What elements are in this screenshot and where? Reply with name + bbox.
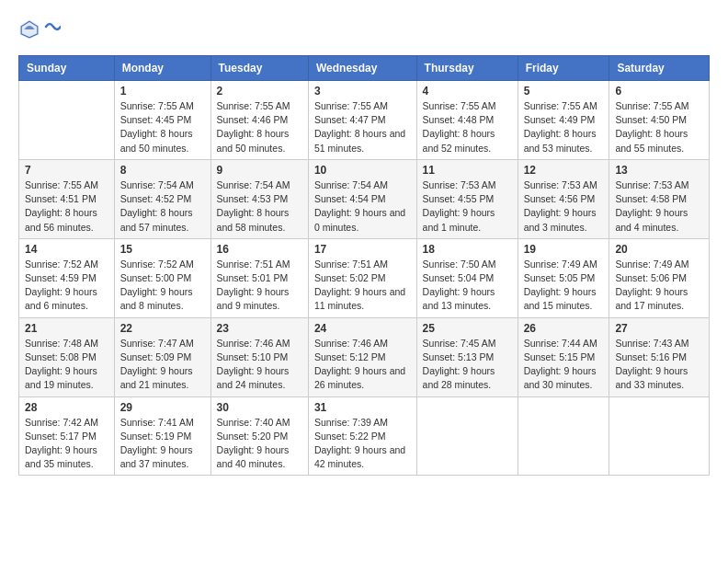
- calendar-cell: 17Sunrise: 7:51 AMSunset: 5:02 PMDayligh…: [308, 238, 416, 317]
- day-number: 18: [423, 243, 512, 256]
- calendar-cell: 6Sunrise: 7:55 AMSunset: 4:50 PMDaylight…: [609, 81, 710, 160]
- day-info: Sunrise: 7:54 AMSunset: 4:52 PMDaylight:…: [120, 178, 205, 235]
- calendar-cell: 14Sunrise: 7:52 AMSunset: 4:59 PMDayligh…: [19, 238, 115, 317]
- calendar-cell: [19, 81, 115, 160]
- logo-icon: [18, 18, 40, 40]
- calendar-cell: 28Sunrise: 7:42 AMSunset: 5:17 PMDayligh…: [19, 396, 115, 476]
- calendar-cell: 3Sunrise: 7:55 AMSunset: 4:47 PMDaylight…: [308, 81, 416, 160]
- day-number: 8: [120, 164, 205, 177]
- day-info: Sunrise: 7:52 AMSunset: 4:59 PMDaylight:…: [25, 258, 108, 314]
- day-info: Sunrise: 7:42 AMSunset: 5:17 PMDaylight:…: [25, 416, 108, 472]
- day-number: 26: [524, 322, 604, 335]
- day-info: Sunrise: 7:51 AMSunset: 5:01 PMDaylight:…: [217, 258, 302, 314]
- day-info: Sunrise: 7:55 AMSunset: 4:50 PMDaylight:…: [615, 99, 703, 155]
- calendar-cell: 22Sunrise: 7:47 AMSunset: 5:09 PMDayligh…: [114, 317, 210, 396]
- day-number: 22: [120, 322, 205, 335]
- day-info: Sunrise: 7:54 AMSunset: 4:54 PMDaylight:…: [314, 178, 411, 235]
- calendar-cell: 8Sunrise: 7:54 AMSunset: 4:52 PMDaylight…: [114, 159, 210, 238]
- day-number: 25: [423, 322, 512, 335]
- day-number: 29: [120, 401, 205, 414]
- day-info: Sunrise: 7:55 AMSunset: 4:49 PMDaylight:…: [524, 99, 604, 155]
- col-header-thursday: Thursday: [416, 56, 518, 81]
- calendar-cell: 20Sunrise: 7:49 AMSunset: 5:06 PMDayligh…: [609, 238, 710, 317]
- calendar-cell: 13Sunrise: 7:53 AMSunset: 4:58 PMDayligh…: [609, 159, 710, 238]
- day-number: 21: [25, 322, 108, 335]
- day-info: Sunrise: 7:51 AMSunset: 5:02 PMDaylight:…: [314, 258, 411, 314]
- calendar-cell: 19Sunrise: 7:49 AMSunset: 5:05 PMDayligh…: [518, 238, 609, 317]
- day-number: 28: [25, 401, 108, 414]
- day-number: 27: [615, 322, 703, 335]
- calendar-cell: 5Sunrise: 7:55 AMSunset: 4:49 PMDaylight…: [518, 81, 609, 160]
- calendar-cell: 29Sunrise: 7:41 AMSunset: 5:19 PMDayligh…: [114, 396, 210, 476]
- calendar-cell: 1Sunrise: 7:55 AMSunset: 4:45 PMDaylight…: [114, 81, 210, 160]
- calendar-cell: 25Sunrise: 7:45 AMSunset: 5:13 PMDayligh…: [416, 317, 518, 396]
- logo-text-container: [44, 19, 61, 40]
- calendar-cell: 11Sunrise: 7:53 AMSunset: 4:55 PMDayligh…: [416, 159, 518, 238]
- calendar-table: SundayMondayTuesdayWednesdayThursdayFrid…: [18, 55, 710, 476]
- day-info: Sunrise: 7:46 AMSunset: 5:10 PMDaylight:…: [217, 337, 302, 393]
- day-info: Sunrise: 7:53 AMSunset: 4:55 PMDaylight:…: [423, 178, 512, 235]
- day-info: Sunrise: 7:49 AMSunset: 5:06 PMDaylight:…: [615, 258, 703, 314]
- col-header-tuesday: Tuesday: [210, 56, 308, 81]
- logo: [18, 18, 61, 40]
- calendar-cell: 15Sunrise: 7:52 AMSunset: 5:00 PMDayligh…: [114, 238, 210, 317]
- calendar-cell: 26Sunrise: 7:44 AMSunset: 5:15 PMDayligh…: [518, 317, 609, 396]
- day-info: Sunrise: 7:52 AMSunset: 5:00 PMDaylight:…: [120, 258, 205, 314]
- calendar-cell: 4Sunrise: 7:55 AMSunset: 4:48 PMDaylight…: [416, 81, 518, 160]
- calendar-cell: 23Sunrise: 7:46 AMSunset: 5:10 PMDayligh…: [210, 317, 308, 396]
- calendar-week-row: 1Sunrise: 7:55 AMSunset: 4:45 PMDaylight…: [19, 81, 710, 160]
- day-number: 31: [314, 401, 411, 414]
- day-number: 9: [217, 164, 302, 177]
- day-number: 11: [423, 164, 512, 177]
- day-info: Sunrise: 7:55 AMSunset: 4:48 PMDaylight:…: [423, 99, 512, 155]
- day-number: 13: [615, 164, 703, 177]
- calendar-cell: 24Sunrise: 7:46 AMSunset: 5:12 PMDayligh…: [308, 317, 416, 396]
- day-number: 4: [423, 85, 512, 98]
- day-number: 16: [217, 243, 302, 256]
- col-header-wednesday: Wednesday: [308, 56, 416, 81]
- day-info: Sunrise: 7:40 AMSunset: 5:20 PMDaylight:…: [217, 416, 302, 472]
- day-number: 5: [524, 85, 604, 98]
- logo-wave-icon: [44, 19, 61, 40]
- calendar-cell: 10Sunrise: 7:54 AMSunset: 4:54 PMDayligh…: [308, 159, 416, 238]
- col-header-saturday: Saturday: [609, 56, 710, 81]
- day-info: Sunrise: 7:54 AMSunset: 4:53 PMDaylight:…: [217, 178, 302, 235]
- day-number: 24: [314, 322, 411, 335]
- calendar-cell: 21Sunrise: 7:48 AMSunset: 5:08 PMDayligh…: [19, 317, 115, 396]
- day-info: Sunrise: 7:43 AMSunset: 5:16 PMDaylight:…: [615, 337, 703, 393]
- day-number: 15: [120, 243, 205, 256]
- day-info: Sunrise: 7:46 AMSunset: 5:12 PMDaylight:…: [314, 337, 411, 393]
- day-info: Sunrise: 7:53 AMSunset: 4:58 PMDaylight:…: [615, 178, 703, 235]
- day-info: Sunrise: 7:39 AMSunset: 5:22 PMDaylight:…: [314, 416, 411, 472]
- day-number: 7: [25, 164, 108, 177]
- calendar-week-row: 28Sunrise: 7:42 AMSunset: 5:17 PMDayligh…: [19, 396, 710, 476]
- day-info: Sunrise: 7:50 AMSunset: 5:04 PMDaylight:…: [423, 258, 512, 314]
- day-number: 2: [217, 85, 302, 98]
- day-number: 1: [120, 85, 205, 98]
- header: [18, 18, 710, 40]
- day-info: Sunrise: 7:55 AMSunset: 4:47 PMDaylight:…: [314, 99, 411, 155]
- calendar-cell: 27Sunrise: 7:43 AMSunset: 5:16 PMDayligh…: [609, 317, 710, 396]
- day-number: 12: [524, 164, 604, 177]
- col-header-friday: Friday: [518, 56, 609, 81]
- day-number: 20: [615, 243, 703, 256]
- calendar-cell: 12Sunrise: 7:53 AMSunset: 4:56 PMDayligh…: [518, 159, 609, 238]
- day-info: Sunrise: 7:55 AMSunset: 4:51 PMDaylight:…: [25, 178, 108, 235]
- day-info: Sunrise: 7:55 AMSunset: 4:45 PMDaylight:…: [120, 99, 205, 155]
- day-info: Sunrise: 7:41 AMSunset: 5:19 PMDaylight:…: [120, 416, 205, 472]
- day-info: Sunrise: 7:55 AMSunset: 4:46 PMDaylight:…: [217, 99, 302, 155]
- calendar-cell: 31Sunrise: 7:39 AMSunset: 5:22 PMDayligh…: [308, 396, 416, 476]
- day-info: Sunrise: 7:44 AMSunset: 5:15 PMDaylight:…: [524, 337, 604, 393]
- calendar-week-row: 7Sunrise: 7:55 AMSunset: 4:51 PMDaylight…: [19, 159, 710, 238]
- day-number: 23: [217, 322, 302, 335]
- calendar-cell: 18Sunrise: 7:50 AMSunset: 5:04 PMDayligh…: [416, 238, 518, 317]
- day-number: 30: [217, 401, 302, 414]
- calendar-cell: 16Sunrise: 7:51 AMSunset: 5:01 PMDayligh…: [210, 238, 308, 317]
- day-number: 10: [314, 164, 411, 177]
- calendar-cell: 7Sunrise: 7:55 AMSunset: 4:51 PMDaylight…: [19, 159, 115, 238]
- col-header-monday: Monday: [114, 56, 210, 81]
- calendar-cell: [416, 396, 518, 476]
- day-number: 14: [25, 243, 108, 256]
- day-number: 3: [314, 85, 411, 98]
- calendar-cell: 30Sunrise: 7:40 AMSunset: 5:20 PMDayligh…: [210, 396, 308, 476]
